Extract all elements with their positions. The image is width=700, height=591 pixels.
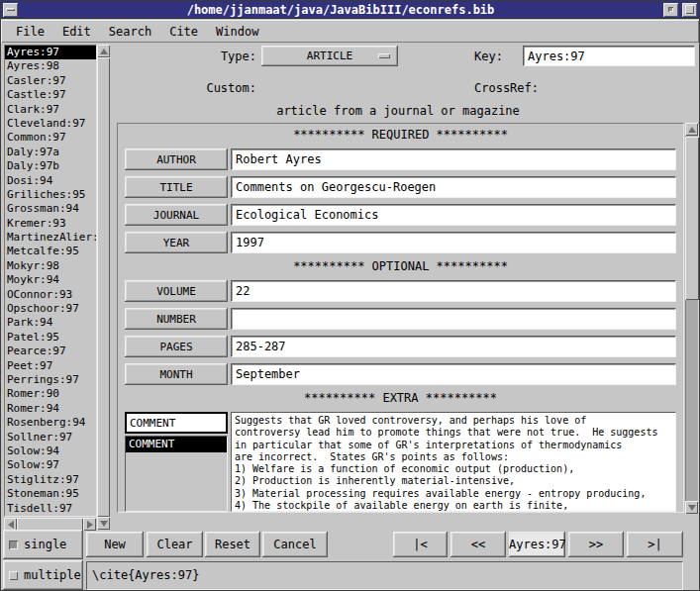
reference-list-item[interactable]: Common:97 xyxy=(5,131,96,145)
comment-textarea[interactable] xyxy=(231,412,676,512)
field-input[interactable] xyxy=(231,363,676,385)
nav-prev-button[interactable]: << xyxy=(450,532,506,557)
nav-first-button[interactable]: |< xyxy=(393,532,448,557)
form-vertical-scrollbar-thumb[interactable] xyxy=(685,137,699,300)
reference-list-item[interactable]: Solow:94 xyxy=(5,444,96,458)
reference-list-item[interactable]: Casler:97 xyxy=(5,74,96,88)
nav-current-button[interactable]: Ayres:97 xyxy=(509,532,565,557)
field-input[interactable] xyxy=(231,204,676,226)
field-row: JOURNAL xyxy=(125,204,676,226)
key-input[interactable] xyxy=(523,46,695,66)
cite-output[interactable]: \cite{Ayres:97} xyxy=(86,561,683,590)
field-input[interactable] xyxy=(231,176,676,198)
list-scroll-up-button[interactable] xyxy=(97,45,110,57)
arrow-down-icon xyxy=(688,505,696,511)
extra-field-option[interactable]: COMMENT xyxy=(126,437,227,452)
titlebar: /home/jjanmaat/java/JavaBibIII/econrefs.… xyxy=(1,1,699,19)
menu-item[interactable]: File xyxy=(7,22,53,42)
reference-list-item[interactable]: Peet:97 xyxy=(5,359,96,373)
field-label-button[interactable]: JOURNAL xyxy=(125,204,228,226)
reference-list-item[interactable]: Tisdell:97 xyxy=(5,502,96,516)
arrow-up-icon xyxy=(688,127,696,133)
list-vertical-scrollbar-thumb[interactable] xyxy=(97,57,110,517)
menu-item[interactable]: Search xyxy=(100,22,160,42)
reference-list-item[interactable]: Pearce:97 xyxy=(5,345,96,358)
type-option-menu[interactable]: ARTICLE xyxy=(261,46,398,66)
reference-list-item[interactable]: Ayres:97 xyxy=(5,46,96,59)
reference-list-item[interactable]: Romer:90 xyxy=(5,387,96,401)
single-mode-toggle[interactable]: single xyxy=(3,530,83,559)
form-scroll-up-button[interactable] xyxy=(685,123,698,136)
key-label: Key: xyxy=(474,49,516,63)
reference-list-item[interactable]: Dosi:94 xyxy=(5,174,96,188)
field-label-button[interactable]: MONTH xyxy=(125,363,228,385)
reset-button[interactable]: Reset xyxy=(205,532,260,557)
menu-item[interactable]: Edit xyxy=(53,22,100,42)
reference-list-item[interactable]: Park:94 xyxy=(5,316,96,330)
reference-list-item[interactable]: Metcalfe:95 xyxy=(5,245,96,258)
reference-list-item[interactable]: Griliches:95 xyxy=(5,188,96,202)
reference-list-item[interactable]: Cleveland:97 xyxy=(5,117,96,131)
reference-list-item[interactable]: Perrings:97 xyxy=(5,373,96,387)
window-menu-icon xyxy=(6,8,15,11)
list-scroll-down-button[interactable] xyxy=(97,517,110,530)
reference-list-item[interactable]: Daly:97a xyxy=(5,146,96,159)
maximize-button[interactable] xyxy=(682,3,697,17)
reference-list-item[interactable]: Clark:97 xyxy=(5,103,96,117)
required-fields: AUTHOR TITLE JOURNAL YEAR xyxy=(118,148,683,253)
menubar: FileEditSearchCiteWindow xyxy=(1,20,699,43)
reference-list-item[interactable]: Patel:95 xyxy=(5,331,96,345)
arrow-down-icon xyxy=(100,521,108,527)
field-label-button[interactable]: VOLUME xyxy=(125,280,228,302)
reference-list-item[interactable]: Castle:97 xyxy=(5,88,96,102)
multiple-mode-toggle[interactable]: multiple xyxy=(3,560,83,590)
field-input[interactable] xyxy=(231,308,676,330)
field-input[interactable] xyxy=(231,148,676,170)
field-row: AUTHOR xyxy=(125,148,676,170)
list-scroll-right-button[interactable] xyxy=(83,518,96,531)
entry-type-description: article from a journal or magazine xyxy=(112,104,684,118)
reference-list-item[interactable]: Moykr:94 xyxy=(5,273,96,287)
list-vertical-scrollbar[interactable] xyxy=(97,45,110,530)
extra-field-selector: COMMENT xyxy=(125,412,228,512)
field-input[interactable] xyxy=(231,280,676,302)
menu-item[interactable]: Window xyxy=(207,22,267,42)
form-scroll-down-button[interactable] xyxy=(685,501,698,514)
nav-last-button[interactable]: >| xyxy=(627,532,683,557)
reference-list-item[interactable]: OConnor:93 xyxy=(5,288,96,302)
field-label-button[interactable]: AUTHOR xyxy=(125,148,228,170)
menu-item[interactable]: Cite xyxy=(160,22,207,42)
nav-next-button[interactable]: >> xyxy=(568,532,624,557)
cancel-button[interactable]: Cancel xyxy=(262,532,328,557)
field-input[interactable] xyxy=(231,232,676,253)
single-mode-label: single xyxy=(24,538,66,551)
reference-list-item[interactable]: Daly:97b xyxy=(5,159,96,173)
reference-list-item[interactable]: Sollner:97 xyxy=(5,431,96,444)
reference-list-item[interactable]: Romer:94 xyxy=(5,402,96,416)
reference-list-item[interactable]: MartinezAlier:9 xyxy=(5,231,96,245)
new-button[interactable]: New xyxy=(86,532,144,557)
field-label-button[interactable]: PAGES xyxy=(125,336,228,357)
custom-label: Custom: xyxy=(189,81,256,95)
reference-list-item[interactable]: Rosenberg:94 xyxy=(5,416,96,430)
reference-list-item[interactable]: Solow:97 xyxy=(5,458,96,472)
reference-list-item[interactable]: Kremer:93 xyxy=(5,217,96,231)
minimize-button[interactable] xyxy=(663,3,678,17)
reference-list-item[interactable]: Opschoor:97 xyxy=(5,302,96,316)
reference-list-item[interactable]: Grossman:94 xyxy=(5,202,96,216)
clear-button[interactable]: Clear xyxy=(147,532,203,557)
field-label-button[interactable]: YEAR xyxy=(125,232,228,253)
reference-list-item[interactable]: Stoneman:95 xyxy=(5,487,96,501)
field-row: TITLE xyxy=(125,176,676,198)
field-input[interactable] xyxy=(231,336,676,357)
reference-list-item[interactable]: Ayres:98 xyxy=(5,59,96,73)
window-menu-button[interactable] xyxy=(3,3,18,17)
field-label-button[interactable]: TITLE xyxy=(125,176,228,198)
reference-list-item[interactable]: Mokyr:98 xyxy=(5,259,96,273)
extra-field-selector-input[interactable] xyxy=(125,412,228,434)
extra-field-selector-list: COMMENT xyxy=(125,436,228,512)
form-vertical-scrollbar[interactable] xyxy=(685,123,699,514)
minimize-icon xyxy=(668,7,673,12)
field-label-button[interactable]: NUMBER xyxy=(125,308,228,330)
reference-list-item[interactable]: Stiglitz:97 xyxy=(5,473,96,487)
